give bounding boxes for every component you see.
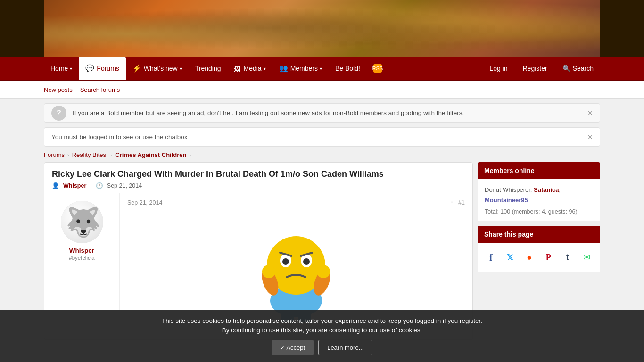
thread-date: Sep 21, 2014: [107, 182, 142, 189]
nav-media[interactable]: 🖼 Media ▾: [227, 57, 272, 80]
search-icon: 🔍: [562, 65, 570, 72]
chatbox-notice: You must be logged in to see or use the …: [44, 127, 600, 147]
subnav-search-forums[interactable]: Search forums: [80, 86, 120, 93]
mascot-image: [249, 221, 343, 324]
post-usertag: #byefelicia: [69, 255, 94, 261]
share-twitter-icon[interactable]: 𝕏: [504, 250, 517, 264]
whats-new-chevron-icon: ▾: [180, 66, 182, 71]
forums-icon: 💬: [85, 64, 94, 73]
share-whatsapp-icon[interactable]: ✉: [580, 250, 593, 264]
members-online-box: Members online Donut Whisperer, Satanica…: [478, 162, 600, 221]
subnav: New posts Search forums: [0, 81, 644, 99]
cookie-banner: This site uses cookies to help personali…: [0, 310, 644, 350]
share-page-header: Share this page: [478, 226, 600, 243]
post-date: Sep 21, 2014: [127, 199, 162, 206]
svg-point-7: [303, 258, 310, 265]
svg-point-6: [282, 258, 289, 265]
breadcrumb-sep-1: ›: [67, 152, 69, 158]
navbar: Home ▾ 💬 Forums ⚡ What's new ▾ Trending …: [0, 57, 644, 81]
alert-icon: ?: [51, 106, 66, 121]
cookie-learn-more-button[interactable]: Learn more...: [318, 340, 372, 349]
media-chevron-icon: ▾: [264, 66, 266, 71]
chatbox-text: You must be logged in to see or use the …: [51, 133, 187, 140]
breadcrumb-reality-bites[interactable]: Reality Bites!: [72, 151, 108, 158]
nav-whats-new[interactable]: ⚡ What's new ▾: [126, 57, 189, 80]
chatbox-close-button[interactable]: ×: [587, 132, 593, 142]
subnav-new-posts[interactable]: New posts: [44, 86, 73, 93]
nav-trending[interactable]: Trending: [189, 57, 228, 80]
nav-rss[interactable]: RSS: [367, 57, 388, 80]
alert-box: ? If you are a Bold member but are seein…: [44, 103, 600, 123]
share-page-body: f 𝕏 ● P t ✉: [478, 243, 600, 272]
share-reddit-icon[interactable]: ●: [523, 250, 536, 264]
members-icon: 👥: [279, 64, 288, 73]
svg-point-13: [317, 265, 330, 278]
svg-point-12: [262, 265, 275, 278]
whats-new-icon: ⚡: [132, 64, 141, 73]
breadcrumb-sep-2: ›: [111, 152, 113, 158]
thread-header: Ricky Lee Clark Charged With Murder In B…: [44, 163, 472, 193]
cookie-text: This site uses cookies to help personali…: [9, 316, 635, 336]
cookie-buttons: ✓ Accept Learn more...: [9, 340, 635, 349]
rss-icon: RSS: [373, 64, 382, 73]
member-satanica[interactable]: Satanica: [534, 186, 559, 193]
nav-search[interactable]: 🔍 Search: [556, 57, 600, 80]
post-share-button[interactable]: ↑: [450, 199, 454, 206]
breadcrumb-sep-3: ›: [190, 152, 191, 158]
nav-register[interactable]: Register: [516, 57, 554, 80]
thread-meta: 👤 Whisper · 🕐 Sep 21, 2014: [52, 182, 465, 189]
thread-author[interactable]: Whisper: [63, 182, 86, 189]
share-page-box: Share this page f 𝕏 ● P t ✉: [478, 226, 600, 272]
breadcrumb-current: Crimes Against Children: [115, 151, 186, 158]
avatar: [61, 201, 103, 243]
thread-title: Ricky Lee Clark Charged With Murder In B…: [52, 169, 465, 179]
meta-sep: ·: [90, 182, 91, 189]
post-number: #1: [458, 199, 465, 206]
members-online-body: Donut Whisperer, Satanica, Mountaineer95…: [478, 179, 600, 221]
alert-close-button[interactable]: ×: [587, 108, 593, 118]
members-total: Total: 100 (members: 4, guests: 96): [485, 208, 593, 215]
nav-be-bold[interactable]: Be Bold!: [329, 57, 367, 80]
breadcrumb: Forums › Reality Bites! › Crimes Against…: [44, 151, 600, 158]
date-icon: 🕐: [96, 182, 103, 189]
author-icon: 👤: [52, 182, 59, 189]
home-chevron-icon: ▾: [70, 66, 72, 71]
header-banner: [0, 0, 644, 57]
nav-forums[interactable]: 💬 Forums: [79, 57, 125, 80]
members-chevron-icon: ▾: [320, 66, 322, 71]
member-donut-whisperer[interactable]: Donut Whisperer: [485, 186, 530, 193]
nav-home[interactable]: Home ▾: [44, 57, 79, 80]
share-icons: f 𝕏 ● P t ✉: [485, 248, 593, 266]
cookie-accept-button[interactable]: ✓ Accept: [272, 340, 314, 349]
members-online-header: Members online: [478, 162, 600, 179]
nav-login[interactable]: Log in: [483, 57, 514, 80]
members-list: Donut Whisperer, Satanica, Mountaineer95: [485, 185, 593, 206]
alert-text: If you are a Bold member but are seeing …: [73, 109, 464, 116]
post-username[interactable]: Whisper: [69, 247, 94, 254]
avatar-image: [61, 201, 103, 243]
member-mountaineer95[interactable]: Mountaineer95: [485, 197, 528, 204]
breadcrumb-forums[interactable]: Forums: [44, 151, 65, 158]
share-tumblr-icon[interactable]: t: [561, 250, 574, 264]
media-icon: 🖼: [234, 65, 241, 73]
share-pinterest-icon[interactable]: P: [542, 250, 555, 264]
share-facebook-icon[interactable]: f: [485, 250, 497, 264]
nav-members[interactable]: 👥 Members ▾: [272, 57, 329, 80]
post-top-bar: Sep 21, 2014 ↑ #1: [127, 199, 465, 206]
